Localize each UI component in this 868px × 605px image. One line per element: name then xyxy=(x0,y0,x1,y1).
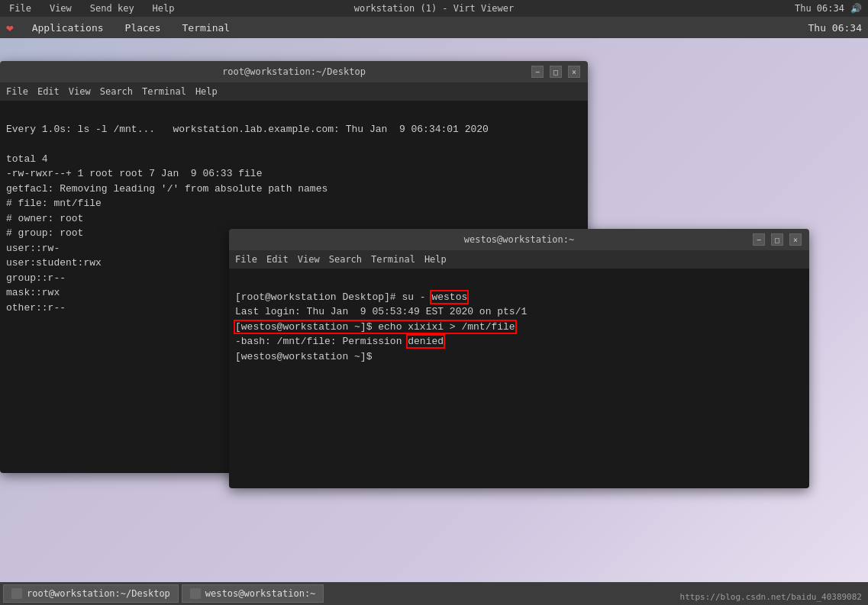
term1-line-3: -rw-rwxr--+ 1 root root 7 Jan 9 06:33 fi… xyxy=(6,168,262,179)
terminal-1-controls: − □ × xyxy=(531,66,580,78)
term1-help-menu[interactable]: Help xyxy=(195,86,218,97)
denied-highlight: denied xyxy=(408,336,444,347)
taskbar-right-section: Thu 06:34 xyxy=(808,22,862,34)
term1-terminal-menu[interactable]: Terminal xyxy=(142,86,186,97)
bottom-taskbar: root@workstation:~/Desktop westos@workst… xyxy=(0,582,868,605)
term2-search-menu[interactable]: Search xyxy=(329,254,362,265)
virt-viewer-right: Thu 06:34 🔊 xyxy=(795,3,862,14)
terminal-menu[interactable]: Terminal xyxy=(176,21,237,35)
term2-line-5: [westos@workstation ~]$ xyxy=(235,351,372,362)
term1-line-1: Every 1.0s: ls -l /mnt... workstation.la… xyxy=(6,124,489,135)
watermark: https://blog.csdn.net/baidu_40389082 xyxy=(680,592,862,602)
taskbar-window-2-label: westos@workstation:~ xyxy=(205,588,316,599)
echo-line-highlight: [westos@workstation ~]$ echo xixixi > /m… xyxy=(235,321,515,333)
terminal-1-menubar: File Edit View Search Terminal Help xyxy=(0,82,588,101)
term1-line-9: user:student:rwx xyxy=(6,257,102,269)
term2-line-1: [root@workstation Desktop]# su - westos xyxy=(235,291,467,303)
terminal-2-maximize[interactable]: □ xyxy=(771,233,783,246)
term1-search-menu[interactable]: Search xyxy=(100,86,133,97)
terminal-2-title: westos@workstation:~ xyxy=(464,234,575,245)
desktop: root@workstation:~/Desktop − □ × File Ed… xyxy=(0,38,868,576)
term1-line-4: getfacl: Removing leading '/' from absol… xyxy=(6,183,328,195)
term2-line-3: [westos@workstation ~]$ echo xixixi > /m… xyxy=(235,321,515,333)
term2-terminal-menu[interactable]: Terminal xyxy=(371,254,415,265)
term1-file-menu[interactable]: File xyxy=(6,86,28,97)
system-taskbar: ❤ Applications Places Terminal Thu 06:34 xyxy=(0,17,868,38)
terminal-1-close[interactable]: × xyxy=(568,66,580,78)
terminal-1-title: root@workstation:~/Desktop xyxy=(222,66,366,77)
terminal-window-2: westos@workstation:~ − □ × File Edit Vie… xyxy=(229,229,809,488)
term2-edit-menu[interactable]: Edit xyxy=(266,254,289,265)
places-menu[interactable]: Places xyxy=(119,21,167,35)
taskbar-window-1-label: root@workstation:~/Desktop xyxy=(27,588,170,599)
term1-line-5: # file: mnt/file xyxy=(6,198,102,209)
terminal-2-controls: − □ × xyxy=(753,233,802,246)
term1-line-2: total 4 xyxy=(6,153,48,165)
taskbar-window-2[interactable]: westos@workstation:~ xyxy=(182,584,324,603)
virt-viewer-menu-items: File View Send key Help xyxy=(6,2,178,15)
fedora-logo: ❤ xyxy=(6,21,14,35)
term2-file-menu[interactable]: File xyxy=(235,254,257,265)
virt-viewer-file-menu[interactable]: File xyxy=(6,2,34,15)
term1-view-menu[interactable]: View xyxy=(69,86,91,97)
terminal-icon-1 xyxy=(11,588,22,599)
system-time: Thu 06:34 xyxy=(808,22,862,34)
terminal-1-maximize[interactable]: □ xyxy=(550,66,562,78)
term2-line-4: -bash: /mnt/file: Permission denied xyxy=(235,336,444,347)
term1-line-10: group::r-- xyxy=(6,272,66,284)
applications-menu[interactable]: Applications xyxy=(26,21,110,35)
terminal-2-menubar: File Edit View Search Terminal Help xyxy=(229,250,809,269)
virt-viewer-sendkey-menu[interactable]: Send key xyxy=(87,2,137,15)
virt-viewer-menubar: File View Send key Help workstation (1) … xyxy=(0,0,868,17)
term1-line-7: # group: root xyxy=(6,227,83,239)
virt-viewer-title: workstation (1) - Virt Viewer xyxy=(354,3,515,14)
terminal-icon-2 xyxy=(190,588,201,599)
terminal-2-close[interactable]: × xyxy=(789,233,802,246)
westos-highlight: westos xyxy=(431,291,467,303)
terminal-2-body: [root@workstation Desktop]# su - westos … xyxy=(229,269,809,488)
terminal-2-minimize[interactable]: − xyxy=(753,233,765,246)
term1-line-12: other::r-- xyxy=(6,302,66,314)
virt-viewer-view-menu[interactable]: View xyxy=(47,2,75,15)
virt-viewer-time: Thu 06:34 xyxy=(795,3,844,14)
term1-line-11: mask::rwx xyxy=(6,287,60,298)
term2-help-menu[interactable]: Help xyxy=(424,254,447,265)
volume-icon: 🔊 xyxy=(850,3,862,14)
terminal-1-titlebar[interactable]: root@workstation:~/Desktop − □ × xyxy=(0,61,588,82)
term1-edit-menu[interactable]: Edit xyxy=(37,86,60,97)
term1-line-8: user::rw- xyxy=(6,243,60,254)
term2-line-2: Last login: Thu Jan 9 05:53:49 EST 2020 … xyxy=(235,306,527,317)
terminal-1-minimize[interactable]: − xyxy=(531,66,544,78)
terminal-2-titlebar[interactable]: westos@workstation:~ − □ × xyxy=(229,229,809,250)
virt-viewer-help-menu[interactable]: Help xyxy=(150,2,178,15)
term1-line-6: # owner: root xyxy=(6,213,83,224)
term2-view-menu[interactable]: View xyxy=(298,254,320,265)
taskbar-window-1[interactable]: root@workstation:~/Desktop xyxy=(3,584,179,603)
